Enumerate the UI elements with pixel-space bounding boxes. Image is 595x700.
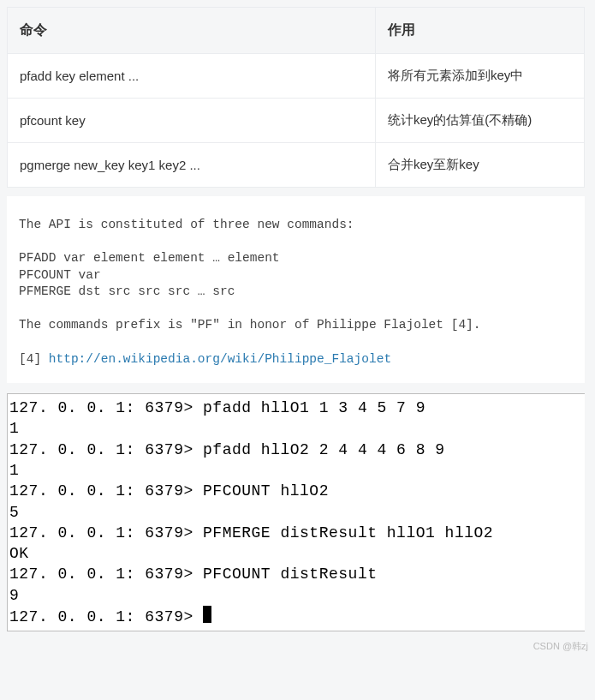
- prompt: 127. 0. 0. 1: 6379>: [9, 524, 203, 541]
- cell-command: pfadd key element ...: [8, 54, 376, 99]
- terminal-result: OK: [9, 545, 29, 562]
- terminal-line: 9: [9, 585, 585, 606]
- prompt: 127. 0. 0. 1: 6379>: [9, 399, 203, 416]
- terminal-line: 127. 0. 0. 1: 6379>: [9, 606, 585, 627]
- terminal-output: 127. 0. 0. 1: 6379> pfadd hllO1 1 3 4 5 …: [7, 393, 585, 631]
- cell-description: 合并key至新key: [376, 143, 585, 188]
- terminal-result: 5: [9, 504, 19, 521]
- table-header-row: 命令 作用: [8, 8, 585, 54]
- cell-description: 将所有元素添加到key中: [376, 54, 585, 99]
- table-row: pfcount key 统计key的估算值(不精确): [8, 99, 585, 143]
- api-line: PFCOUNT var: [19, 268, 101, 282]
- terminal-result: 9: [9, 587, 19, 604]
- api-description-block: The API is constituted of three new comm…: [7, 196, 585, 383]
- terminal-result: 1: [9, 420, 19, 437]
- cell-command: pgmerge new_key key1 key2 ...: [8, 143, 376, 188]
- header-description: 作用: [376, 8, 585, 54]
- cursor-icon: [203, 606, 211, 623]
- api-intro: The API is constituted of three new comm…: [19, 218, 354, 231]
- terminal-command: pfadd hllO2 2 4 4 4 6 8 9: [203, 441, 445, 458]
- api-line: PFADD var element element … element: [19, 251, 280, 265]
- prompt: 127. 0. 0. 1: 6379>: [9, 565, 203, 583]
- api-line: PFMERGE dst src src src … src: [19, 284, 235, 298]
- header-command: 命令: [8, 8, 376, 54]
- terminal-line: 127. 0. 0. 1: 6379> PFMERGE distResult h…: [9, 523, 585, 543]
- terminal-command: pfadd hllO1 1 3 4 5 7 9: [203, 399, 425, 416]
- terminal-line: 1: [9, 418, 585, 439]
- terminal-result: 1: [9, 462, 19, 479]
- table-row: pgmerge new_key key1 key2 ... 合并key至新key: [8, 143, 585, 188]
- prompt: 127. 0. 0. 1: 6379>: [9, 482, 203, 500]
- terminal-line: 127. 0. 0. 1: 6379> pfadd hllO2 2 4 4 4 …: [9, 440, 585, 460]
- terminal-line: OK: [9, 543, 585, 564]
- terminal-line: 127. 0. 0. 1: 6379> pfadd hllO1 1 3 4 5 …: [9, 398, 585, 418]
- prompt: 127. 0. 0. 1: 6379>: [9, 441, 203, 458]
- terminal-command: PFCOUNT distResult: [203, 565, 377, 583]
- terminal-command: PFMERGE distResult hllO1 hllO2: [203, 524, 493, 541]
- table-row: pfadd key element ... 将所有元素添加到key中: [8, 54, 585, 99]
- watermark: CSDN @韩zj: [0, 638, 595, 656]
- terminal-line: 127. 0. 0. 1: 6379> PFCOUNT hllO2: [9, 481, 585, 501]
- terminal-line: 127. 0. 0. 1: 6379> PFCOUNT distResult: [9, 564, 585, 584]
- prompt: 127. 0. 0. 1: 6379>: [9, 608, 203, 625]
- api-note: The commands prefix is "PF" in honor of …: [19, 318, 481, 332]
- terminal-command: PFCOUNT hllO2: [203, 482, 329, 500]
- terminal-line: 1: [9, 460, 585, 481]
- api-ref-link[interactable]: http://en.wikipedia.org/wiki/Philippe_Fl…: [49, 352, 391, 366]
- api-ref-label: [4]: [19, 352, 49, 366]
- cell-command: pfcount key: [8, 99, 376, 143]
- command-table: 命令 作用 pfadd key element ... 将所有元素添加到key中…: [7, 7, 585, 188]
- cell-description: 统计key的估算值(不精确): [376, 99, 585, 143]
- terminal-line: 5: [9, 502, 585, 523]
